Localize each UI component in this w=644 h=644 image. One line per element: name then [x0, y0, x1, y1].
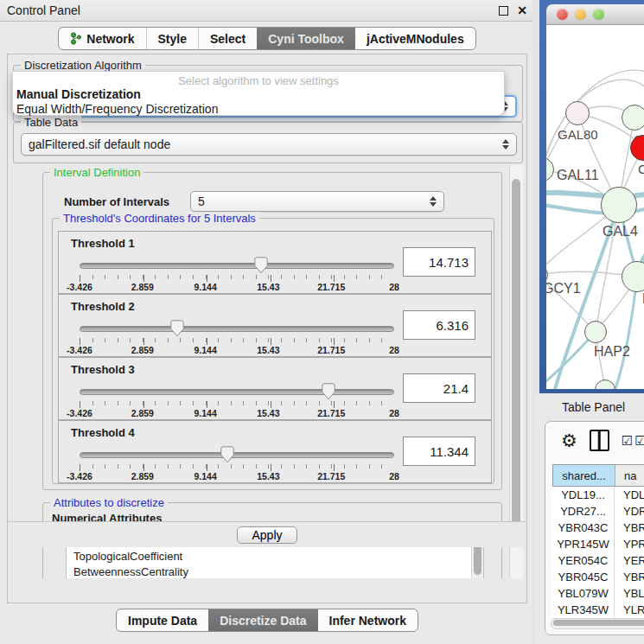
column-header-name[interactable]: na: [615, 465, 644, 486]
algorithm-dropdown-popup: Select algorithm to view settings Manual…: [12, 71, 505, 116]
threshold-4-value-field[interactable]: 11.344: [403, 437, 475, 466]
minimize-window-icon[interactable]: [575, 9, 586, 20]
threshold-label: Threshold 3: [71, 363, 135, 376]
list-item[interactable]: BetweennessCentrality: [67, 564, 483, 578]
group-title: Discretization Algorithm: [21, 59, 145, 72]
gear-icon[interactable]: ⚙: [561, 431, 577, 450]
slider-track[interactable]: [80, 326, 394, 332]
slider-ticks: [80, 275, 398, 282]
table-horizontal-scrollbar[interactable]: [551, 618, 644, 629]
cyni-toolbox-panel: Discretization Algorithm Table Data galF…: [7, 54, 527, 603]
slider-track[interactable]: [80, 452, 394, 458]
tab-infer-network[interactable]: Infer Network: [318, 609, 418, 631]
threshold-label: Threshold 1: [71, 237, 135, 250]
slider-thumb[interactable]: [254, 257, 268, 274]
tab-cyni-toolbox[interactable]: Cyni Toolbox: [257, 28, 355, 49]
thresholds-group: Threshold's Coordinates for 5 Intervals …: [52, 218, 494, 484]
slider-track[interactable]: [80, 263, 394, 269]
zoom-window-icon[interactable]: [593, 9, 604, 20]
slider-ticks: [80, 464, 398, 471]
checkbox-icon[interactable]: ☑: [634, 434, 644, 447]
scrollbar-thumb[interactable]: [512, 179, 520, 542]
node-label: GAL80: [558, 127, 598, 142]
table-panel-box: ⚙ ☑ ☑ shared... na YDL19...YDL1 YDR27...…: [545, 421, 644, 635]
tab-impute-data[interactable]: Impute Data: [117, 609, 208, 631]
table-row[interactable]: YDR27...YDR2: [552, 503, 644, 520]
table-data-combobox[interactable]: galFiltered.sif default node: [21, 133, 517, 156]
node-label: C: [638, 162, 644, 176]
table-row[interactable]: YLR345WYLR3: [552, 602, 644, 618]
group-title: Threshold's Coordinates for 5 Intervals: [60, 212, 259, 225]
threshold-4-row: Threshold 4 -3.426 2.859 9.144 15.43: [58, 420, 492, 483]
network-window-titlebar[interactable]: [546, 4, 644, 25]
list-item[interactable]: TopologicalCoefficient: [67, 549, 483, 564]
table-row[interactable]: YBR045CYBR0: [552, 569, 644, 585]
close-panel-icon[interactable]: ✕: [517, 4, 527, 16]
network-canvas[interactable]: GAL80 GA C GAL11 GAL4 GCY1 H HAP2: [546, 25, 644, 389]
node-label: GAL4: [603, 224, 638, 239]
threshold-3-value-field[interactable]: 21.4: [403, 373, 475, 403]
popup-hint: Select algorithm to view settings: [13, 72, 504, 87]
close-window-icon[interactable]: [557, 9, 568, 20]
settings-scroll-area: Interval Definition Number of Intervals …: [13, 165, 523, 578]
number-of-intervals-combobox[interactable]: 5: [190, 191, 444, 212]
popup-option-manual[interactable]: Manual Discretization: [13, 87, 504, 102]
top-tab-bar: Network Style Select Cyni Toolbox jActiv…: [0, 27, 534, 50]
threshold-4-slider[interactable]: -3.426 2.859 9.144 15.43 21.715 28: [80, 445, 394, 481]
column-header-shared-name[interactable]: shared...: [552, 465, 615, 486]
split-columns-icon[interactable]: [590, 430, 609, 451]
slider-thumb[interactable]: [170, 320, 184, 337]
slider-track[interactable]: [80, 389, 394, 395]
threshold-1-slider[interactable]: -3.426 2.859 9.144 15.43 21.715 28: [80, 256, 394, 292]
scrollbar-thumb[interactable]: [553, 620, 644, 626]
apply-bar: Apply: [8, 521, 526, 547]
slider-tick-labels: -3.426 2.859 9.144 15.43 21.715 28: [80, 471, 394, 481]
checkbox-icon[interactable]: ☑: [622, 434, 633, 447]
table-row[interactable]: YBR043CYBR0: [552, 520, 644, 536]
tab-network[interactable]: Network: [59, 28, 145, 49]
tab-style[interactable]: Style: [146, 28, 198, 49]
settings-scrollbar[interactable]: [509, 165, 523, 578]
threshold-2-slider[interactable]: -3.426 2.859 9.144 15.43 21.715 28: [80, 319, 394, 355]
threshold-3-slider[interactable]: -3.426 2.859 9.144 15.43 21.715 28: [80, 382, 394, 418]
apply-button[interactable]: Apply: [237, 526, 296, 544]
tab-discretize-data[interactable]: Discretize Data: [208, 609, 317, 631]
float-panel-icon[interactable]: [499, 6, 508, 16]
group-title: Interval Definition: [50, 166, 143, 179]
slider-ticks: [80, 401, 398, 408]
slider-thumb[interactable]: [220, 446, 234, 463]
threshold-1-value-field[interactable]: 14.713: [403, 247, 475, 277]
node-label: GAL11: [557, 168, 599, 183]
popup-option-equal-width[interactable]: Equal Width/Frequency Discretization: [13, 102, 504, 117]
slider-tick-labels: -3.426 2.859 9.144 15.43 21.715 28: [80, 282, 394, 292]
table-rows: YDL19...YDL1 YDR27...YDR2 YBR043CYBR0 YP…: [552, 487, 644, 623]
table-row[interactable]: YDL19...YDL1: [552, 487, 644, 503]
threshold-1-row: Threshold 1 -3.426 2.859 9.144 15.43: [58, 231, 492, 294]
threshold-label: Threshold 4: [71, 426, 135, 439]
slider-ticks: [80, 338, 398, 345]
threshold-2-row: Threshold 2 -3.426 2.859 9.144 15.43: [58, 294, 492, 357]
table-row[interactable]: YBL079WYBL0: [552, 585, 644, 602]
network-icon: [70, 32, 82, 45]
table-row[interactable]: YPR145WYPR1: [552, 536, 644, 552]
threshold-2-value-field[interactable]: 6.316: [403, 310, 475, 340]
interval-definition-group: Interval Definition Number of Intervals …: [42, 172, 502, 490]
group-title: Attributes to discretize: [50, 496, 168, 509]
number-of-intervals-label: Number of Intervals: [64, 195, 169, 208]
node-hap2[interactable]: [584, 321, 607, 343]
node-gal80[interactable]: [565, 101, 590, 125]
table-toolbar: ⚙ ☑ ☑: [545, 422, 644, 458]
combo-arrows-icon: [430, 196, 437, 207]
table-panel: Table Panel ⚙ ☑ ☑ shared... na YDL19...Y…: [534, 393, 644, 644]
bottom-tab-bar: Impute Data Discretize Data Infer Networ…: [0, 609, 534, 632]
threshold-label: Threshold 2: [71, 300, 135, 313]
tab-jactivemnodules[interactable]: jActiveMNodules: [355, 28, 475, 49]
slider-thumb[interactable]: [322, 383, 335, 400]
node-top-right[interactable]: [622, 105, 644, 131]
panel-title: Control Panel: [7, 3, 80, 17]
table-row[interactable]: YER054CYER0: [552, 552, 644, 569]
node-gal4[interactable]: [601, 187, 637, 223]
slider-tick-labels: -3.426 2.859 9.144 15.43 21.715 28: [80, 408, 394, 418]
tab-select[interactable]: Select: [198, 28, 257, 49]
combo-arrows-icon: [502, 139, 509, 150]
